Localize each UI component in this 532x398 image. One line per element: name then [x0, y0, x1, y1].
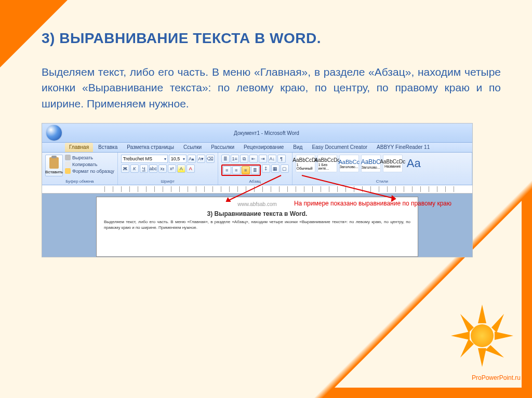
callout-text: На примере показано выравнивание по прав… [294, 200, 451, 207]
font-group-label: Шрифт [121, 179, 215, 184]
borders-icon[interactable]: ▢ [281, 164, 289, 173]
clipboard-icon [49, 157, 59, 169]
tab-abbyy[interactable]: ABBYY FineReader 11 [373, 143, 434, 152]
svg-marker-4 [491, 314, 504, 333]
footer-link: ProPowerPoint.ru [472, 374, 521, 381]
font-size-select[interactable]: 10,5 [169, 155, 187, 163]
tab-mailings[interactable]: Рассылки [207, 143, 238, 152]
tab-page-layout[interactable]: Разметка страницы [123, 143, 178, 152]
tab-view[interactable]: Вид [289, 143, 307, 152]
highlight-icon[interactable]: A [177, 164, 185, 173]
style-title[interactable]: AaBbCcDcНазвание [383, 155, 403, 172]
slide-title: 3) ВЫРАВНИВАНИЕ ТЕКСТА В WORD. [42, 30, 501, 47]
paste-button[interactable]: Вставить [45, 155, 63, 176]
style-heading2[interactable]: AaBbCЗаголово... [361, 155, 381, 172]
bold-icon[interactable]: Ж [121, 164, 129, 173]
svg-marker-5 [485, 345, 504, 358]
multilevel-icon[interactable]: ⧉ [240, 155, 248, 163]
font-name-select[interactable]: Trebuchet MS [121, 155, 168, 163]
copy-icon [65, 161, 71, 167]
clipboard-group-label: Буфер обмена [45, 179, 114, 184]
style-no-spacing[interactable]: AaBbCcDc1 Без инте... [317, 155, 337, 172]
scissors-icon [65, 155, 71, 160]
svg-marker-6 [460, 339, 474, 358]
show-marks-icon[interactable]: ¶ [277, 155, 286, 163]
window-titlebar: Документ1 - Microsoft Word [42, 123, 472, 143]
svg-marker-0 [478, 305, 486, 323]
content: 3) ВЫРАВНИВАНИЕ ТЕКСТА В WORD. Выделяем … [0, 0, 532, 257]
tab-references[interactable]: Ссылки [179, 143, 206, 152]
copy-button[interactable]: Копировать [65, 161, 114, 167]
group-clipboard: Вставить Вырезать Копировать Формат по о… [42, 153, 118, 185]
style-normal[interactable]: AaBbCcDc1 Обычный [296, 155, 315, 172]
sun-logo-icon [451, 305, 513, 367]
slide: 3) ВЫРАВНИВАНИЕ ТЕКСТА В WORD. Выделяем … [0, 0, 532, 398]
arrow-callout-1 [224, 173, 401, 214]
svg-marker-2 [478, 348, 486, 367]
document-title: Документ1 - Microsoft Word [65, 130, 468, 136]
tab-easy-doc[interactable]: Easy Document Creator [308, 143, 371, 152]
outdent-icon[interactable]: ⇤ [249, 155, 258, 163]
bullets-icon[interactable]: ≣ [221, 155, 230, 163]
sort-icon[interactable]: A↓ [268, 155, 276, 163]
italic-icon[interactable]: К [130, 164, 139, 173]
shading-icon[interactable]: ▦ [271, 164, 280, 173]
paste-label: Вставить [45, 170, 63, 174]
format-painter-button[interactable]: Формат по образцу [65, 168, 114, 174]
slide-description: Выделяем текст, либо его часть. В меню «… [42, 64, 501, 112]
indent-icon[interactable]: ⇥ [259, 155, 267, 163]
grow-font-icon[interactable]: A▴ [188, 155, 196, 163]
tab-insert[interactable]: Вставка [94, 143, 122, 152]
example-body: Выделяем текст, либо его часть. В меню «… [104, 219, 410, 230]
tab-review[interactable]: Рецензирование [240, 143, 288, 152]
change-styles-icon[interactable]: Aa [405, 157, 423, 170]
tab-home[interactable]: Главная [65, 143, 93, 152]
clear-format-icon[interactable]: ⌫ [206, 155, 215, 163]
brush-icon [65, 168, 71, 174]
cut-button[interactable]: Вырезать [65, 155, 114, 160]
subscript-icon[interactable]: x₂ [158, 164, 167, 173]
font-color-icon[interactable]: A [187, 164, 195, 173]
style-heading1[interactable]: AaBbCcЗаголово... [339, 155, 359, 172]
office-orb-icon[interactable] [46, 125, 62, 141]
group-font: Trebuchet MS 10,5 A▴ A▾ ⌫ Ж К Ч abc x₂ [118, 153, 218, 185]
strike-icon[interactable]: abc [149, 164, 157, 173]
superscript-icon[interactable]: x² [168, 164, 176, 173]
shrink-font-icon[interactable]: A▾ [197, 155, 205, 163]
word-screenshot: Документ1 - Microsoft Word Главная Встав… [42, 123, 473, 257]
underline-icon[interactable]: Ч [140, 164, 148, 173]
line-spacing-icon[interactable]: ‡ [262, 164, 270, 173]
ribbon-tabs: Главная Вставка Разметка страницы Ссылки… [42, 143, 472, 153]
numbering-icon[interactable]: 1≡ [231, 155, 239, 163]
svg-marker-3 [451, 332, 470, 340]
svg-marker-1 [495, 332, 513, 340]
svg-marker-7 [460, 314, 474, 333]
document-area[interactable]: www.abfsab.com 3) Выравнивание текста в … [42, 194, 472, 257]
